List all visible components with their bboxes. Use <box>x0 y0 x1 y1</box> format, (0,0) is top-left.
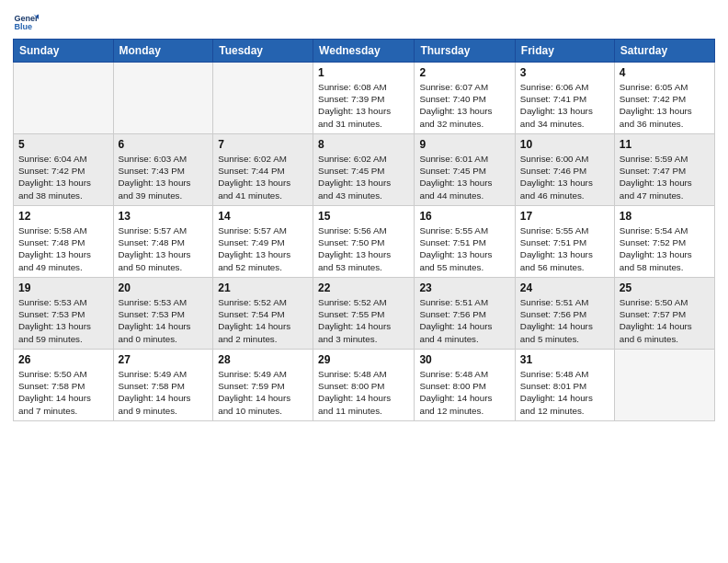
day-info: Sunrise: 5:55 AM Sunset: 7:51 PM Dayligh… <box>520 224 609 273</box>
day-number: 19 <box>18 282 108 294</box>
day-number: 26 <box>18 353 108 366</box>
day-cell: 31Sunrise: 5:48 AM Sunset: 8:01 PM Dayli… <box>515 350 614 421</box>
day-cell: 5Sunrise: 6:04 AM Sunset: 7:42 PM Daylig… <box>14 134 114 206</box>
day-info: Sunrise: 6:02 AM Sunset: 7:45 PM Dayligh… <box>318 153 409 201</box>
day-cell: 29Sunrise: 5:48 AM Sunset: 8:00 PM Dayli… <box>313 350 415 421</box>
day-cell: 23Sunrise: 5:51 AM Sunset: 7:56 PM Dayli… <box>415 278 515 350</box>
day-number: 1 <box>318 66 409 79</box>
day-cell: 10Sunrise: 6:00 AM Sunset: 7:46 PM Dayli… <box>515 134 614 206</box>
day-number: 25 <box>620 282 710 294</box>
day-number: 11 <box>620 138 710 151</box>
day-info: Sunrise: 5:57 AM Sunset: 7:49 PM Dayligh… <box>218 224 308 273</box>
day-number: 21 <box>218 282 308 294</box>
day-cell: 22Sunrise: 5:52 AM Sunset: 7:55 PM Dayli… <box>313 278 415 350</box>
col-header-monday: Monday <box>113 40 213 63</box>
day-cell: 17Sunrise: 5:55 AM Sunset: 7:51 PM Dayli… <box>515 206 614 278</box>
day-number: 6 <box>119 138 209 151</box>
col-header-thursday: Thursday <box>415 40 515 63</box>
col-header-sunday: Sunday <box>14 40 114 63</box>
day-info: Sunrise: 5:51 AM Sunset: 7:56 PM Dayligh… <box>419 296 509 345</box>
day-number: 4 <box>620 66 710 79</box>
week-row-1: 1Sunrise: 6:08 AM Sunset: 7:39 PM Daylig… <box>14 63 715 134</box>
day-cell: 2Sunrise: 6:07 AM Sunset: 7:40 PM Daylig… <box>415 63 515 134</box>
day-cell: 25Sunrise: 5:50 AM Sunset: 7:57 PM Dayli… <box>614 278 714 350</box>
day-number: 27 <box>119 353 209 366</box>
day-cell: 4Sunrise: 6:05 AM Sunset: 7:42 PM Daylig… <box>614 63 714 134</box>
day-info: Sunrise: 5:48 AM Sunset: 8:00 PM Dayligh… <box>318 368 409 417</box>
day-number: 3 <box>520 66 609 79</box>
day-number: 14 <box>218 210 308 223</box>
day-number: 18 <box>620 210 710 223</box>
logo: General Blue <box>13 9 40 35</box>
day-number: 17 <box>520 210 609 223</box>
day-info: Sunrise: 6:00 AM Sunset: 7:46 PM Dayligh… <box>520 153 609 201</box>
logo-icon: General Blue <box>13 9 39 35</box>
day-info: Sunrise: 5:48 AM Sunset: 8:00 PM Dayligh… <box>419 368 509 417</box>
week-row-4: 19Sunrise: 5:53 AM Sunset: 7:53 PM Dayli… <box>14 278 715 350</box>
day-cell <box>213 63 313 134</box>
day-cell: 14Sunrise: 5:57 AM Sunset: 7:49 PM Dayli… <box>213 206 313 278</box>
day-number: 9 <box>419 138 509 151</box>
day-info: Sunrise: 5:53 AM Sunset: 7:53 PM Dayligh… <box>119 296 209 345</box>
day-number: 31 <box>520 353 609 366</box>
calendar: SundayMondayTuesdayWednesdayThursdayFrid… <box>13 39 715 421</box>
day-info: Sunrise: 6:06 AM Sunset: 7:41 PM Dayligh… <box>520 81 609 130</box>
day-cell: 15Sunrise: 5:56 AM Sunset: 7:50 PM Dayli… <box>313 206 415 278</box>
day-cell: 3Sunrise: 6:06 AM Sunset: 7:41 PM Daylig… <box>515 63 614 134</box>
day-number: 5 <box>18 138 108 151</box>
day-info: Sunrise: 5:59 AM Sunset: 7:47 PM Dayligh… <box>620 153 710 201</box>
day-info: Sunrise: 6:01 AM Sunset: 7:45 PM Dayligh… <box>419 153 509 201</box>
day-cell: 9Sunrise: 6:01 AM Sunset: 7:45 PM Daylig… <box>415 134 515 206</box>
day-info: Sunrise: 5:58 AM Sunset: 7:48 PM Dayligh… <box>18 224 108 273</box>
day-number: 7 <box>218 138 308 151</box>
day-info: Sunrise: 6:07 AM Sunset: 7:40 PM Dayligh… <box>419 81 509 130</box>
day-cell <box>14 63 114 134</box>
day-cell: 26Sunrise: 5:50 AM Sunset: 7:58 PM Dayli… <box>14 350 114 421</box>
day-info: Sunrise: 5:52 AM Sunset: 7:55 PM Dayligh… <box>318 296 409 345</box>
day-info: Sunrise: 5:52 AM Sunset: 7:54 PM Dayligh… <box>218 296 308 345</box>
day-info: Sunrise: 5:50 AM Sunset: 7:57 PM Dayligh… <box>620 296 710 345</box>
day-cell <box>614 350 714 421</box>
week-row-5: 26Sunrise: 5:50 AM Sunset: 7:58 PM Dayli… <box>14 350 715 421</box>
svg-text:General: General <box>14 14 39 23</box>
day-cell: 8Sunrise: 6:02 AM Sunset: 7:45 PM Daylig… <box>313 134 415 206</box>
day-cell: 30Sunrise: 5:48 AM Sunset: 8:00 PM Dayli… <box>415 350 515 421</box>
day-cell: 6Sunrise: 6:03 AM Sunset: 7:43 PM Daylig… <box>113 134 213 206</box>
day-cell: 20Sunrise: 5:53 AM Sunset: 7:53 PM Dayli… <box>113 278 213 350</box>
day-cell: 7Sunrise: 6:02 AM Sunset: 7:44 PM Daylig… <box>213 134 313 206</box>
day-cell <box>113 63 213 134</box>
day-number: 13 <box>119 210 209 223</box>
day-info: Sunrise: 5:57 AM Sunset: 7:48 PM Dayligh… <box>119 224 209 273</box>
day-info: Sunrise: 5:56 AM Sunset: 7:50 PM Dayligh… <box>318 224 409 273</box>
day-info: Sunrise: 5:51 AM Sunset: 7:56 PM Dayligh… <box>520 296 609 345</box>
day-cell: 1Sunrise: 6:08 AM Sunset: 7:39 PM Daylig… <box>313 63 415 134</box>
day-number: 28 <box>218 353 308 366</box>
day-cell: 12Sunrise: 5:58 AM Sunset: 7:48 PM Dayli… <box>14 206 114 278</box>
day-info: Sunrise: 5:54 AM Sunset: 7:52 PM Dayligh… <box>620 224 710 273</box>
day-number: 22 <box>318 282 409 294</box>
day-number: 30 <box>419 353 509 366</box>
day-cell: 11Sunrise: 5:59 AM Sunset: 7:47 PM Dayli… <box>614 134 714 206</box>
day-number: 24 <box>520 282 609 294</box>
day-number: 8 <box>318 138 409 151</box>
day-cell: 28Sunrise: 5:49 AM Sunset: 7:59 PM Dayli… <box>213 350 313 421</box>
day-number: 23 <box>419 282 509 294</box>
col-header-wednesday: Wednesday <box>313 40 415 63</box>
day-info: Sunrise: 6:08 AM Sunset: 7:39 PM Dayligh… <box>318 81 409 130</box>
day-info: Sunrise: 5:50 AM Sunset: 7:58 PM Dayligh… <box>18 368 108 417</box>
day-info: Sunrise: 5:53 AM Sunset: 7:53 PM Dayligh… <box>18 296 108 345</box>
page-container: General Blue SundayMondayTuesdayWednesda… <box>0 0 728 431</box>
day-info: Sunrise: 5:49 AM Sunset: 7:58 PM Dayligh… <box>119 368 209 417</box>
day-cell: 27Sunrise: 5:49 AM Sunset: 7:58 PM Dayli… <box>113 350 213 421</box>
day-cell: 18Sunrise: 5:54 AM Sunset: 7:52 PM Dayli… <box>614 206 714 278</box>
day-cell: 24Sunrise: 5:51 AM Sunset: 7:56 PM Dayli… <box>515 278 614 350</box>
day-info: Sunrise: 6:05 AM Sunset: 7:42 PM Dayligh… <box>620 81 710 130</box>
day-number: 2 <box>419 66 509 79</box>
day-info: Sunrise: 5:48 AM Sunset: 8:01 PM Dayligh… <box>520 368 609 417</box>
col-header-friday: Friday <box>515 40 614 63</box>
day-info: Sunrise: 6:04 AM Sunset: 7:42 PM Dayligh… <box>18 153 108 201</box>
col-header-saturday: Saturday <box>614 40 714 63</box>
week-row-2: 5Sunrise: 6:04 AM Sunset: 7:42 PM Daylig… <box>14 134 715 206</box>
day-cell: 21Sunrise: 5:52 AM Sunset: 7:54 PM Dayli… <box>213 278 313 350</box>
day-number: 15 <box>318 210 409 223</box>
